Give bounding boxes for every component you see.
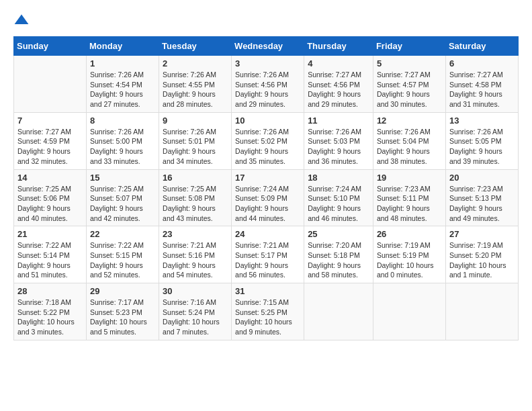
day-info: Sunrise: 7:20 AMSunset: 5:18 PMDaylight:… xyxy=(308,240,369,280)
day-info: Sunrise: 7:21 AMSunset: 5:16 PMDaylight:… xyxy=(163,240,228,280)
day-info: Sunrise: 7:22 AMSunset: 5:14 PMDaylight:… xyxy=(17,240,83,280)
calendar-row-3: 21Sunrise: 7:22 AMSunset: 5:14 PMDayligh… xyxy=(14,226,519,283)
day-info: Sunrise: 7:18 AMSunset: 5:22 PMDaylight:… xyxy=(17,298,83,337)
calendar-header: SundayMondayTuesdayWednesdayThursdayFrid… xyxy=(14,37,519,56)
calendar-table: SundayMondayTuesdayWednesdayThursdayFrid… xyxy=(13,36,519,340)
day-info: Sunrise: 7:25 AMSunset: 5:07 PMDaylight:… xyxy=(90,184,155,224)
calendar-cell: 17Sunrise: 7:24 AMSunset: 5:09 PMDayligh… xyxy=(232,169,304,226)
day-number: 27 xyxy=(449,229,515,239)
calendar-cell xyxy=(373,283,445,340)
calendar-cell: 5Sunrise: 7:27 AMSunset: 4:57 PMDaylight… xyxy=(373,56,445,113)
calendar-cell xyxy=(304,283,373,340)
day-number: 30 xyxy=(163,286,228,296)
day-number: 26 xyxy=(377,229,442,239)
calendar-cell: 27Sunrise: 7:19 AMSunset: 5:20 PMDayligh… xyxy=(445,226,518,283)
day-number: 8 xyxy=(90,116,155,126)
calendar-cell: 15Sunrise: 7:25 AMSunset: 5:07 PMDayligh… xyxy=(87,169,159,226)
day-info: Sunrise: 7:27 AMSunset: 4:59 PMDaylight:… xyxy=(17,127,83,167)
day-info: Sunrise: 7:24 AMSunset: 5:09 PMDaylight:… xyxy=(235,184,300,224)
day-info: Sunrise: 7:25 AMSunset: 5:06 PMDaylight:… xyxy=(17,184,83,224)
header-day-tuesday: Tuesday xyxy=(159,37,232,56)
header-day-friday: Friday xyxy=(373,37,445,56)
calendar-cell: 31Sunrise: 7:15 AMSunset: 5:25 PMDayligh… xyxy=(232,283,304,340)
calendar-cell: 22Sunrise: 7:22 AMSunset: 5:15 PMDayligh… xyxy=(87,226,159,283)
day-info: Sunrise: 7:19 AMSunset: 5:20 PMDaylight:… xyxy=(449,240,515,280)
day-number: 15 xyxy=(90,173,155,183)
day-info: Sunrise: 7:26 AMSunset: 4:55 PMDaylight:… xyxy=(163,70,228,109)
calendar-cell: 11Sunrise: 7:26 AMSunset: 5:03 PMDayligh… xyxy=(304,112,373,169)
day-number: 4 xyxy=(308,58,369,68)
day-info: Sunrise: 7:26 AMSunset: 4:56 PMDaylight:… xyxy=(235,70,300,109)
calendar-cell: 14Sunrise: 7:25 AMSunset: 5:06 PMDayligh… xyxy=(14,169,87,226)
page-header xyxy=(13,13,519,30)
day-number: 19 xyxy=(377,173,442,183)
day-info: Sunrise: 7:22 AMSunset: 5:15 PMDaylight:… xyxy=(90,240,155,280)
header-row: SundayMondayTuesdayWednesdayThursdayFrid… xyxy=(14,37,519,56)
day-number: 28 xyxy=(17,286,83,296)
day-info: Sunrise: 7:23 AMSunset: 5:11 PMDaylight:… xyxy=(377,184,442,224)
day-number: 6 xyxy=(449,58,515,68)
day-number: 13 xyxy=(449,116,515,126)
calendar-row-4: 28Sunrise: 7:18 AMSunset: 5:22 PMDayligh… xyxy=(14,283,519,340)
day-info: Sunrise: 7:26 AMSunset: 5:01 PMDaylight:… xyxy=(163,127,228,167)
day-number: 25 xyxy=(308,229,369,239)
day-info: Sunrise: 7:16 AMSunset: 5:24 PMDaylight:… xyxy=(163,298,228,337)
day-info: Sunrise: 7:19 AMSunset: 5:19 PMDaylight:… xyxy=(377,240,442,280)
day-number: 11 xyxy=(308,116,369,126)
calendar-cell: 12Sunrise: 7:26 AMSunset: 5:04 PMDayligh… xyxy=(373,112,445,169)
day-info: Sunrise: 7:25 AMSunset: 5:08 PMDaylight:… xyxy=(163,184,228,224)
day-info: Sunrise: 7:27 AMSunset: 4:57 PMDaylight:… xyxy=(377,70,442,109)
calendar-cell: 19Sunrise: 7:23 AMSunset: 5:11 PMDayligh… xyxy=(373,169,445,226)
logo-icon xyxy=(13,13,30,30)
day-info: Sunrise: 7:26 AMSunset: 5:05 PMDaylight:… xyxy=(449,127,515,167)
day-number: 24 xyxy=(235,229,300,239)
day-info: Sunrise: 7:23 AMSunset: 5:13 PMDaylight:… xyxy=(449,184,515,224)
day-number: 9 xyxy=(163,116,228,126)
day-info: Sunrise: 7:26 AMSunset: 5:02 PMDaylight:… xyxy=(235,127,300,167)
day-info: Sunrise: 7:26 AMSunset: 5:00 PMDaylight:… xyxy=(90,127,155,167)
day-number: 12 xyxy=(377,116,442,126)
calendar-cell: 18Sunrise: 7:24 AMSunset: 5:10 PMDayligh… xyxy=(304,169,373,226)
calendar-cell xyxy=(14,56,87,113)
day-number: 1 xyxy=(90,58,155,68)
calendar-cell: 6Sunrise: 7:27 AMSunset: 4:58 PMDaylight… xyxy=(445,56,518,113)
day-number: 22 xyxy=(90,229,155,239)
calendar-cell: 28Sunrise: 7:18 AMSunset: 5:22 PMDayligh… xyxy=(14,283,87,340)
header-day-wednesday: Wednesday xyxy=(232,37,304,56)
calendar-cell xyxy=(445,283,518,340)
day-info: Sunrise: 7:17 AMSunset: 5:23 PMDaylight:… xyxy=(90,298,155,337)
calendar-cell: 26Sunrise: 7:19 AMSunset: 5:19 PMDayligh… xyxy=(373,226,445,283)
day-number: 14 xyxy=(17,173,83,183)
calendar-row-2: 14Sunrise: 7:25 AMSunset: 5:06 PMDayligh… xyxy=(14,169,519,226)
day-number: 17 xyxy=(235,173,300,183)
calendar-cell: 30Sunrise: 7:16 AMSunset: 5:24 PMDayligh… xyxy=(159,283,232,340)
day-info: Sunrise: 7:26 AMSunset: 5:04 PMDaylight:… xyxy=(377,127,442,167)
header-day-monday: Monday xyxy=(87,37,159,56)
calendar-cell: 1Sunrise: 7:26 AMSunset: 4:54 PMDaylight… xyxy=(87,56,159,113)
day-number: 18 xyxy=(308,173,369,183)
day-info: Sunrise: 7:24 AMSunset: 5:10 PMDaylight:… xyxy=(308,184,369,224)
day-info: Sunrise: 7:27 AMSunset: 4:58 PMDaylight:… xyxy=(449,70,515,109)
day-number: 29 xyxy=(90,286,155,296)
calendar-cell: 9Sunrise: 7:26 AMSunset: 5:01 PMDaylight… xyxy=(159,112,232,169)
header-day-thursday: Thursday xyxy=(304,37,373,56)
calendar-cell: 25Sunrise: 7:20 AMSunset: 5:18 PMDayligh… xyxy=(304,226,373,283)
day-info: Sunrise: 7:21 AMSunset: 5:17 PMDaylight:… xyxy=(235,240,300,280)
day-number: 10 xyxy=(235,116,300,126)
calendar-cell: 10Sunrise: 7:26 AMSunset: 5:02 PMDayligh… xyxy=(232,112,304,169)
day-number: 31 xyxy=(235,286,300,296)
day-info: Sunrise: 7:15 AMSunset: 5:25 PMDaylight:… xyxy=(235,298,300,337)
calendar-cell: 23Sunrise: 7:21 AMSunset: 5:16 PMDayligh… xyxy=(159,226,232,283)
calendar-row-1: 7Sunrise: 7:27 AMSunset: 4:59 PMDaylight… xyxy=(14,112,519,169)
calendar-row-0: 1Sunrise: 7:26 AMSunset: 4:54 PMDaylight… xyxy=(14,56,519,113)
day-number: 21 xyxy=(17,229,83,239)
calendar-cell: 20Sunrise: 7:23 AMSunset: 5:13 PMDayligh… xyxy=(445,169,518,226)
day-number: 16 xyxy=(163,173,228,183)
day-number: 5 xyxy=(377,58,442,68)
calendar-cell: 2Sunrise: 7:26 AMSunset: 4:55 PMDaylight… xyxy=(159,56,232,113)
calendar-cell: 7Sunrise: 7:27 AMSunset: 4:59 PMDaylight… xyxy=(14,112,87,169)
calendar-cell: 4Sunrise: 7:27 AMSunset: 4:56 PMDaylight… xyxy=(304,56,373,113)
calendar-cell: 24Sunrise: 7:21 AMSunset: 5:17 PMDayligh… xyxy=(232,226,304,283)
calendar-cell: 8Sunrise: 7:26 AMSunset: 5:00 PMDaylight… xyxy=(87,112,159,169)
calendar-cell: 13Sunrise: 7:26 AMSunset: 5:05 PMDayligh… xyxy=(445,112,518,169)
